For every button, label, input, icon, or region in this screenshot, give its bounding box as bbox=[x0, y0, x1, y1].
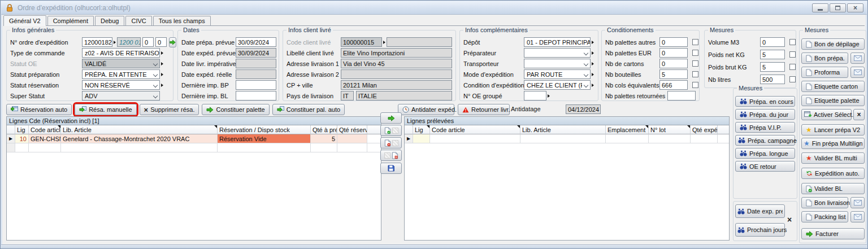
table-row[interactable]: ▶ 10 GEN-CHSMB-B-20 Genelard - Chassage-… bbox=[7, 134, 381, 143]
nb-cols-equivalents-checkbox[interactable] bbox=[692, 82, 698, 88]
derniere-imp-bp-input[interactable] bbox=[236, 80, 276, 90]
maximize-button[interactable] bbox=[830, 3, 846, 12]
close-button[interactable]: × bbox=[847, 3, 863, 12]
tab-debug[interactable]: Debug bbox=[95, 16, 124, 25]
constituer-pal-auto-button[interactable]: Constituer pal. auto bbox=[272, 104, 345, 115]
header-code-article[interactable]: Code article bbox=[29, 125, 61, 134]
nb-cartons-checkbox[interactable] bbox=[692, 60, 698, 67]
preparateur-combo[interactable] bbox=[524, 48, 591, 58]
prepa-du-jour-button[interactable]: Prépa. du jour bbox=[735, 109, 795, 120]
header-lig[interactable]: Lig bbox=[15, 125, 29, 134]
date-exp-prevu-button[interactable]: Date exp. prevu bbox=[735, 204, 785, 218]
prepa-en-cours-button[interactable]: Prépa. en cours bbox=[735, 96, 795, 107]
antidater-exped-button[interactable]: Antidater expéd. bbox=[398, 104, 454, 115]
cell-code-article[interactable]: GEN-CHSMB-B-20 bbox=[29, 134, 61, 143]
bon-livraison-button[interactable]: Bon livraison bbox=[801, 197, 848, 208]
table-row-empty[interactable]: ▶ bbox=[405, 134, 729, 143]
copy-validate-button[interactable] bbox=[380, 125, 402, 136]
nb-bouteilles-checkbox[interactable] bbox=[692, 71, 698, 77]
poids-brut-input[interactable]: 5 bbox=[760, 62, 785, 72]
statut-reservation-combo[interactable]: NON RÉSERVÉ bbox=[82, 80, 160, 90]
super-statut-combo[interactable]: ADV bbox=[82, 91, 160, 101]
etiquette-palette-button[interactable]: Etiquette palette bbox=[801, 95, 865, 106]
retourner-livr-button[interactable]: Retourner livr. bbox=[458, 104, 510, 115]
packing-list-button[interactable]: Packing list bbox=[801, 211, 848, 222]
volume-m3-input[interactable]: 0 bbox=[760, 37, 785, 47]
table-row-empty[interactable] bbox=[7, 143, 381, 152]
valider-bl-multi-button[interactable]: ★Valider BL multi bbox=[801, 152, 865, 164]
copy-remove-button[interactable] bbox=[380, 137, 402, 148]
nb-cartons-input[interactable]: 0 bbox=[659, 59, 688, 68]
derniere-imp-bl-input[interactable] bbox=[236, 91, 276, 101]
activer-select-button[interactable]: Activer Sélect. bbox=[801, 109, 852, 120]
tab-civc[interactable]: CIVC bbox=[125, 16, 151, 25]
reservation-auto-button[interactable]: Réservation auto bbox=[6, 104, 72, 115]
header-lib-article[interactable]: Lib. Article bbox=[61, 125, 218, 134]
clear-search-button[interactable]: × bbox=[787, 215, 792, 224]
cell-qte-a-prel[interactable]: 5 bbox=[311, 134, 337, 143]
expedition-auto-button[interactable]: Expédition auto. bbox=[801, 168, 865, 179]
condition-expedition-combo[interactable]: CHEZ LE CLIENT (FRANCO) T bbox=[524, 80, 591, 90]
header-code-article[interactable]: Code article bbox=[430, 125, 520, 134]
remove-picked-button[interactable] bbox=[380, 150, 402, 161]
cell-lig[interactable]: 10 bbox=[15, 134, 29, 143]
constituer-palette-button[interactable]: Constituer palette bbox=[202, 104, 269, 115]
fin-prepa-multiligne-button[interactable]: ★Fin prépa Multiligne bbox=[801, 138, 865, 149]
volume-m3-checkbox[interactable] bbox=[789, 39, 796, 45]
prepa-campagne-button[interactable]: Prépa. campagne bbox=[735, 135, 795, 146]
nb-palettes-autres-checkbox[interactable] bbox=[692, 39, 698, 45]
num-oe-input[interactable]: 12000182 bbox=[82, 37, 112, 47]
tab-tous-les-champs[interactable]: Tous les champs bbox=[153, 16, 211, 25]
poids-net-input[interactable]: 5 bbox=[760, 50, 785, 59]
nb-litres-checkbox[interactable] bbox=[789, 76, 796, 82]
tab-general-v2[interactable]: Général V2 bbox=[3, 15, 46, 26]
statut-oe-combo[interactable]: VALIDÉ bbox=[82, 59, 160, 68]
valider-bl-button[interactable]: Valider BL bbox=[801, 183, 865, 194]
nb-palettes-eur-input[interactable]: 0 bbox=[659, 48, 688, 58]
resa-manuelle-button[interactable]: Résa. manuelle bbox=[75, 104, 136, 115]
prepa-longue-button[interactable]: Prépa. longue bbox=[735, 148, 795, 159]
num-extra1-input[interactable]: 0 bbox=[142, 37, 154, 47]
bon-depilage-button[interactable]: Bon de dépilage bbox=[801, 38, 865, 50]
statut-preparation-combo[interactable]: PRÉPA. EN ATTENTE bbox=[82, 69, 160, 79]
tab-complement[interactable]: Complément bbox=[47, 16, 94, 25]
nb-palettes-eur-checkbox[interactable] bbox=[692, 50, 698, 56]
nb-palettes-retournees-input[interactable] bbox=[667, 91, 696, 101]
header-qte-exped[interactable]: Qté expéd. bbox=[691, 125, 718, 134]
nb-cols-equivalents-input[interactable]: 666 bbox=[659, 80, 688, 90]
mail-proforma-button[interactable] bbox=[850, 67, 865, 78]
date-prepa-prevue-input[interactable]: 30/09/2024 bbox=[236, 37, 276, 47]
header-num-lot[interactable]: N° lot bbox=[649, 125, 691, 134]
oe-groupe-input[interactable] bbox=[524, 91, 546, 101]
nb-litres-input[interactable]: 500 bbox=[760, 75, 785, 84]
depot-combo[interactable]: 01 - DEPOT PRINCIPAL bbox=[524, 37, 591, 47]
header-qte-a-prel[interactable]: Qté à prél. bbox=[311, 125, 337, 134]
num-extra2-input[interactable]: 0 bbox=[155, 37, 167, 47]
oe-retour-button[interactable]: OE retour bbox=[735, 161, 795, 172]
nb-palettes-autres-input[interactable]: 0 bbox=[659, 37, 688, 47]
save-button[interactable] bbox=[380, 163, 402, 174]
supprimer-resa-button[interactable]: ×Supprimer résa. bbox=[140, 104, 199, 115]
prochain-jours-button[interactable]: Prochain jours bbox=[735, 223, 785, 237]
transfer-line-button[interactable] bbox=[380, 112, 402, 124]
go-button[interactable] bbox=[169, 37, 176, 47]
transporteur-combo[interactable] bbox=[524, 59, 591, 68]
mail-bon-prepa-button[interactable] bbox=[850, 53, 865, 64]
header-reservation[interactable]: Réservation / Dispo stock bbox=[218, 125, 311, 134]
bon-prepa-button[interactable]: Bon prépa. bbox=[801, 53, 848, 64]
minimize-button[interactable] bbox=[812, 3, 828, 12]
facturer-button[interactable]: Facturer bbox=[801, 228, 865, 239]
cell-qte-reserve[interactable] bbox=[337, 134, 367, 143]
mail-packing-list-button[interactable] bbox=[850, 211, 865, 222]
header-qte-reserve[interactable]: Qté réservé bbox=[337, 125, 367, 134]
header-emplacement[interactable]: Emplacement bbox=[606, 125, 649, 134]
mode-expedition-combo[interactable]: PAR ROUTE bbox=[524, 69, 591, 79]
poids-brut-checkbox[interactable] bbox=[789, 64, 796, 70]
lancer-prepa-v2-button[interactable]: ★Lancer prépa V2 bbox=[801, 124, 865, 136]
etiquette-carton-button[interactable]: Etiquette carton bbox=[801, 81, 865, 92]
prepa-vip-button[interactable]: Prépa V.I.P. bbox=[735, 122, 795, 133]
mail-bon-livraison-button[interactable] bbox=[850, 197, 865, 208]
proforma-button[interactable]: Proforma bbox=[801, 67, 848, 78]
header-lig[interactable]: Lig bbox=[413, 125, 430, 134]
poids-net-checkbox[interactable] bbox=[789, 51, 796, 58]
